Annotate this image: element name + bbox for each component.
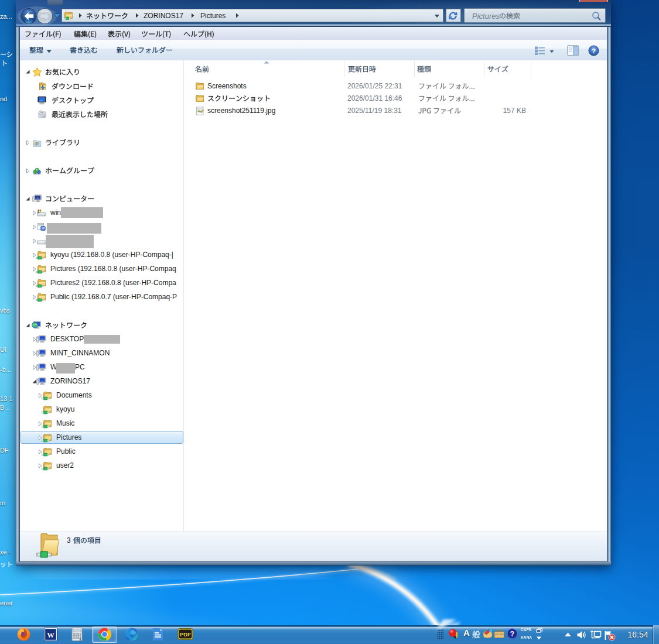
svg-text:?: ?: [592, 47, 596, 54]
svg-text:XP: XP: [41, 227, 45, 230]
svg-text:W: W: [47, 631, 54, 639]
svg-text:PDF: PDF: [180, 631, 191, 638]
svg-text:?: ?: [510, 630, 514, 638]
